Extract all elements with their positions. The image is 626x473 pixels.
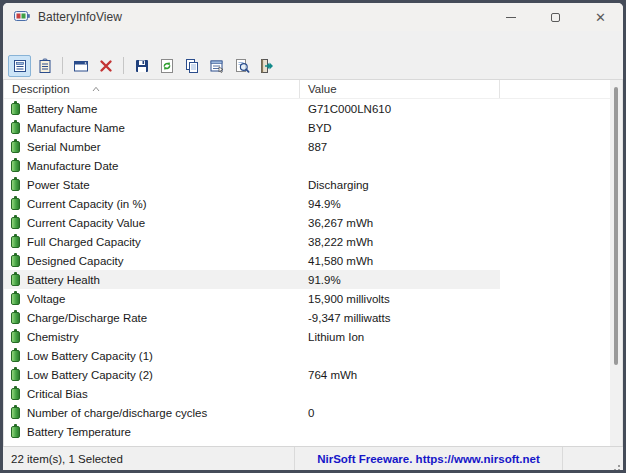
maximize-icon	[551, 13, 560, 22]
copy-icon	[184, 58, 200, 74]
nirsoft-link[interactable]: NirSoft Freeware. https://www.nirsoft.ne…	[317, 453, 540, 465]
value-cell: 15,900 millivolts	[300, 289, 500, 308]
refresh-button[interactable]	[155, 55, 178, 77]
battery-icon	[11, 274, 20, 286]
advanced-options-button[interactable]	[69, 55, 92, 77]
table-row[interactable]: Charge/Discharge Rate -9,347 milliwatts	[4, 308, 622, 327]
battery-info-view-icon	[12, 58, 28, 74]
status-items-text: 22 item(s), 1 Selected	[11, 453, 123, 465]
window-title: BatteryInfoView	[38, 10, 122, 24]
maximize-button[interactable]	[533, 3, 578, 31]
value-cell: Discharging	[300, 175, 500, 194]
row-value: 15,900 millivolts	[308, 293, 390, 305]
battery-icon	[11, 293, 20, 305]
status-items-pane: 22 item(s), 1 Selected	[3, 447, 295, 470]
value-cell: 887	[300, 137, 500, 156]
table-row[interactable]: Serial Number 887	[4, 137, 622, 156]
table-row[interactable]: Designed Capacity 41,580 mWh	[4, 251, 622, 270]
value-cell	[300, 384, 500, 403]
table-row[interactable]: Battery Temperature	[4, 422, 622, 441]
battery-icon	[11, 198, 20, 210]
table-row[interactable]: Low Battery Capacity (1)	[4, 346, 622, 365]
scrollbar-thumb[interactable]	[614, 87, 618, 365]
resize-grip-icon[interactable]	[618, 465, 620, 467]
row-value: 36,267 mWh	[308, 217, 373, 229]
table-row[interactable]: Full Charged Capacity 38,222 mWh	[4, 232, 622, 251]
row-description: Battery Health	[27, 274, 100, 286]
battery-icon	[11, 160, 20, 172]
column-header-description[interactable]: Description	[4, 80, 300, 98]
save-button[interactable]	[130, 55, 153, 77]
table-row[interactable]: Current Capacity (in %) 94.9%	[4, 194, 622, 213]
row-description: Critical Bias	[27, 388, 88, 400]
row-value: BYD	[308, 122, 332, 134]
battery-icon	[11, 369, 20, 381]
battery-icon	[11, 426, 20, 438]
battery-icon	[11, 407, 20, 419]
table-row[interactable]: Voltage 15,900 millivolts	[4, 289, 622, 308]
row-description: Full Charged Capacity	[27, 236, 141, 248]
description-cell: Voltage	[4, 289, 300, 308]
description-cell: Low Battery Capacity (2)	[4, 365, 300, 384]
description-cell: Battery Name	[4, 99, 300, 118]
description-cell: Charge/Discharge Rate	[4, 308, 300, 327]
row-description: Power State	[27, 179, 90, 191]
value-cell	[300, 422, 500, 441]
table-row[interactable]: Power State Discharging	[4, 175, 622, 194]
row-value: 0	[308, 407, 314, 419]
table-row[interactable]: Manufacture Date	[4, 156, 622, 175]
list-view: Description Value Battery Name G71C000LN…	[3, 80, 623, 446]
table-row[interactable]: Critical Bias	[4, 384, 622, 403]
value-cell: 41,580 mWh	[300, 251, 500, 270]
table-row[interactable]: Battery Health 91.9%	[4, 270, 622, 289]
column-header-value[interactable]: Value	[300, 80, 500, 98]
toolbar-separator	[123, 57, 124, 74]
row-value: G71C000LN610	[308, 103, 391, 115]
battery-icon	[11, 122, 20, 134]
table-row[interactable]: Manufacture Name BYD	[4, 118, 622, 137]
row-value: 94.9%	[308, 198, 341, 210]
value-cell: 91.9%	[300, 270, 500, 289]
save-icon	[134, 58, 150, 74]
description-cell: Critical Bias	[4, 384, 300, 403]
table-row[interactable]: Low Battery Capacity (2) 764 mWh	[4, 365, 622, 384]
battery-log-view-button[interactable]	[33, 55, 56, 77]
row-value: Lithium Ion	[308, 331, 364, 343]
row-description: Serial Number	[27, 141, 101, 153]
row-description: Number of charge/discharge cycles	[27, 407, 207, 419]
battery-icon	[11, 388, 20, 400]
menu-item[interactable]	[59, 40, 77, 44]
menu-item[interactable]	[23, 40, 41, 44]
vertical-scrollbar[interactable]	[610, 80, 622, 446]
row-description: Low Battery Capacity (1)	[27, 350, 153, 362]
battery-info-view-button[interactable]	[8, 55, 31, 77]
value-cell	[300, 346, 500, 365]
battery-icon	[11, 217, 20, 229]
table-row[interactable]: Current Capacity Value 36,267 mWh	[4, 213, 622, 232]
app-icon	[14, 8, 30, 27]
row-description: Manufacture Name	[27, 122, 125, 134]
table-row[interactable]: Number of charge/discharge cycles 0	[4, 403, 622, 422]
menu-item[interactable]	[5, 40, 23, 44]
description-cell: Current Capacity Value	[4, 213, 300, 232]
menu-item[interactable]	[41, 40, 59, 44]
table-row[interactable]: Chemistry Lithium Ion	[4, 327, 622, 346]
row-value: Discharging	[308, 179, 369, 191]
toolbar	[3, 52, 623, 80]
menu-item[interactable]	[77, 40, 95, 44]
delete-icon	[98, 58, 114, 74]
minimize-button[interactable]	[488, 3, 533, 31]
row-description: Battery Temperature	[27, 426, 131, 438]
find-button[interactable]	[230, 55, 253, 77]
row-description: Battery Name	[27, 103, 97, 115]
column-header-description-label: Description	[12, 83, 70, 95]
delete-button[interactable]	[94, 55, 117, 77]
close-button[interactable]: ✕	[578, 3, 623, 31]
properties-button[interactable]	[205, 55, 228, 77]
table-row[interactable]: Battery Name G71C000LN610	[4, 99, 622, 118]
battery-icon	[11, 350, 20, 362]
exit-button[interactable]	[255, 55, 278, 77]
copy-button[interactable]	[180, 55, 203, 77]
menu-bar	[3, 31, 623, 52]
row-description: Current Capacity (in %)	[27, 198, 147, 210]
